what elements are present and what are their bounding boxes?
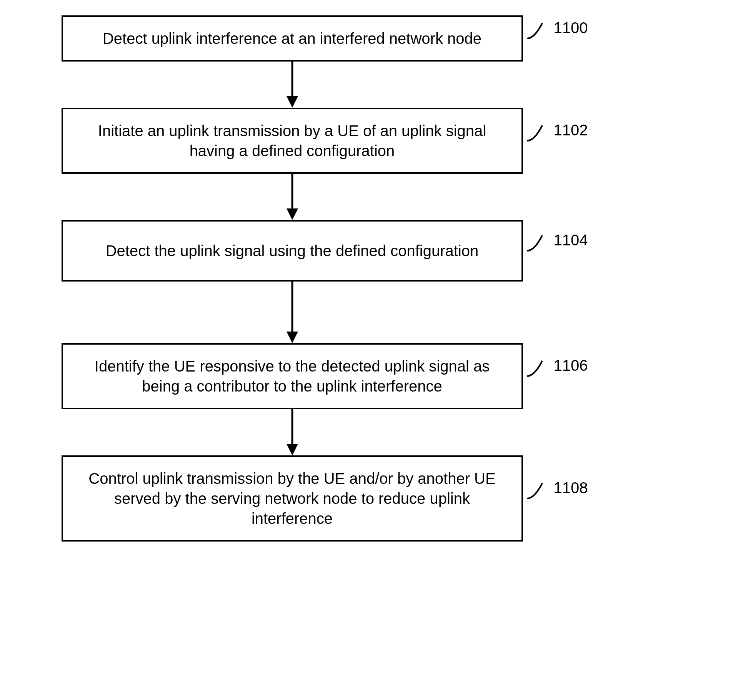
arrow-container — [62, 282, 523, 343]
label-connector — [527, 357, 550, 380]
flowchart-step: Initiate an uplink transmission by a UE … — [62, 108, 677, 174]
process-box: Identify the UE responsive to the detect… — [62, 343, 523, 409]
step-label: 1106 — [554, 357, 588, 374]
step-label: 1100 — [554, 19, 588, 37]
arrow-down-icon — [285, 62, 300, 108]
arrow-down-icon — [285, 282, 300, 343]
arrow-container — [62, 174, 523, 220]
label-connector — [527, 122, 550, 145]
process-box: Detect uplink interference at an interfe… — [62, 15, 523, 62]
step-label-group: 1108 — [527, 479, 588, 502]
svg-marker-1 — [287, 96, 298, 108]
svg-marker-5 — [287, 332, 298, 343]
process-text: Detect the uplink signal using the defin… — [106, 242, 479, 259]
flowchart-diagram: Detect uplink interference at an interfe… — [62, 15, 677, 542]
label-connector — [527, 19, 550, 42]
step-label-group: 1106 — [527, 357, 588, 380]
process-text: Identify the UE responsive to the detect… — [95, 358, 490, 395]
process-box: Detect the uplink signal using the defin… — [62, 220, 523, 282]
arrow-container — [62, 62, 523, 108]
svg-marker-7 — [287, 444, 298, 455]
flowchart-step: Control uplink transmission by the UE an… — [62, 455, 677, 542]
step-label-group: 1102 — [527, 122, 588, 145]
process-text: Detect uplink interference at an interfe… — [103, 30, 481, 47]
process-text: Control uplink transmission by the UE an… — [88, 470, 495, 527]
step-label: 1108 — [554, 479, 588, 497]
label-connector — [527, 479, 550, 502]
step-label-group: 1100 — [527, 19, 588, 42]
process-box: Control uplink transmission by the UE an… — [62, 455, 523, 542]
arrow-down-icon — [285, 409, 300, 455]
flowchart-step: Detect the uplink signal using the defin… — [62, 220, 677, 282]
svg-marker-3 — [287, 208, 298, 220]
step-label: 1102 — [554, 122, 588, 139]
process-text: Initiate an uplink transmission by a UE … — [98, 122, 486, 159]
arrow-container — [62, 409, 523, 455]
arrow-down-icon — [285, 174, 300, 220]
process-box: Initiate an uplink transmission by a UE … — [62, 108, 523, 174]
flowchart-step: Identify the UE responsive to the detect… — [62, 343, 677, 409]
step-label-group: 1104 — [527, 232, 588, 255]
flowchart-step: Detect uplink interference at an interfe… — [62, 15, 677, 62]
label-connector — [527, 232, 550, 255]
step-label: 1104 — [554, 232, 588, 249]
